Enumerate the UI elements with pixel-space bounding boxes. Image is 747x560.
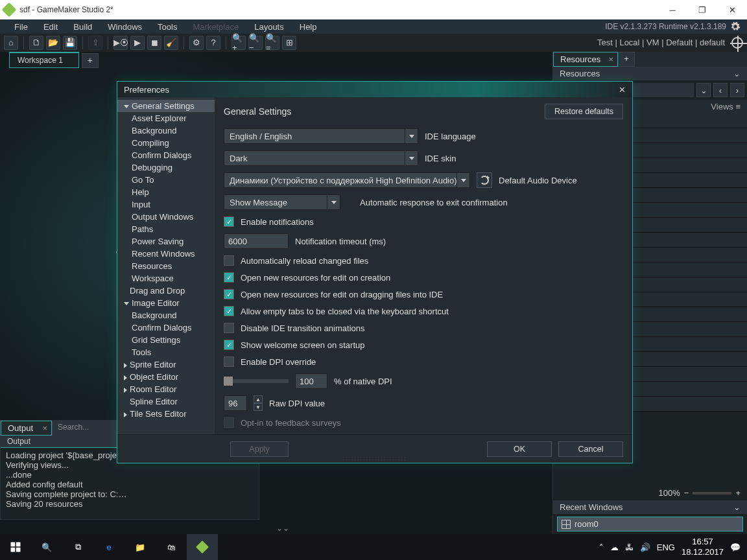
close-button[interactable]: ✕ <box>717 0 747 19</box>
zoom-reset-icon[interactable]: 🔍= <box>265 36 279 50</box>
clock[interactable]: 16:5718.12.2017 <box>682 537 724 557</box>
volume-icon[interactable]: 🔊 <box>640 542 650 552</box>
dialog-close-button[interactable]: ✕ <box>619 85 626 95</box>
recent-windows-header[interactable]: Recent Windows⌄ <box>553 500 747 514</box>
dpi-raw-input[interactable]: 96 <box>224 395 247 411</box>
add-workspace-button[interactable]: + <box>82 53 99 68</box>
dpi-pct-input[interactable]: 100 <box>295 373 327 389</box>
menu-layouts[interactable]: Layouts <box>246 21 292 33</box>
tree-item[interactable]: Confirm Dialogs <box>117 149 215 161</box>
tree-item[interactable]: Compiling <box>117 137 215 149</box>
restore-defaults-button[interactable]: Restore defaults <box>545 104 623 119</box>
tree-item[interactable]: Help <box>117 186 215 198</box>
audio-select[interactable]: Динамики (Устройство с поддержкой High D… <box>224 172 470 188</box>
tree-item[interactable]: Grid Settings <box>117 334 215 346</box>
notifications-icon[interactable]: 💬 <box>730 542 741 552</box>
task-view-icon[interactable]: ⧉ <box>62 534 93 560</box>
refresh-button[interactable] <box>477 172 492 188</box>
tree-item[interactable]: Output Windows <box>117 211 215 223</box>
workspace-tab[interactable]: Workspace 1 <box>9 52 79 68</box>
zoom-control[interactable]: 100%−+ <box>553 485 747 500</box>
home-icon[interactable]: ⌂ <box>4 36 18 50</box>
language-select[interactable]: English / English <box>224 128 418 144</box>
tree-item[interactable]: Sprite Editor <box>117 358 215 371</box>
tree-item[interactable]: Background <box>117 124 215 137</box>
network-icon[interactable]: 🖧 <box>625 542 634 552</box>
disable-transitions-checkbox[interactable] <box>224 323 234 333</box>
zoom-in-icon[interactable]: 🔍+ <box>231 36 246 50</box>
stop-icon[interactable]: ◼ <box>147 36 161 50</box>
chevron-down-icon[interactable]: ⌄ <box>733 69 741 78</box>
resources-header[interactable]: Resources⌄ <box>553 67 747 80</box>
open-on-drag-checkbox[interactable] <box>224 289 234 299</box>
menu-tools[interactable]: Tools <box>150 21 185 33</box>
chevron-down-icon[interactable] <box>405 129 418 143</box>
zoom-out-icon[interactable]: 🔍− <box>248 36 263 50</box>
start-button[interactable] <box>0 534 31 560</box>
system-tray[interactable]: ˄ ☁ 🖧 🔊 ENG 16:5718.12.2017 💬 <box>593 537 747 557</box>
menu-edit[interactable]: Edit <box>36 21 65 33</box>
store-icon[interactable]: 🛍 <box>156 534 187 560</box>
menu-build[interactable]: Build <box>65 21 100 33</box>
tree-item[interactable]: Paths <box>117 223 215 235</box>
tree-item[interactable]: Workspace <box>117 272 215 285</box>
search-icon[interactable]: 🔍 <box>31 534 62 560</box>
close-icon[interactable]: × <box>609 54 614 64</box>
tree-item[interactable]: Asset Explorer <box>117 112 215 124</box>
dpi-slider[interactable] <box>224 379 289 383</box>
dpi-override-checkbox[interactable] <box>224 356 234 367</box>
preferences-tree[interactable]: General SettingsAsset ExplorerBackground… <box>117 97 215 434</box>
play-icon[interactable]: ▶ <box>130 36 145 50</box>
new-icon[interactable]: 🗋 <box>29 36 43 50</box>
output-tab[interactable]: Output× <box>1 421 52 436</box>
collapse-down-icon[interactable]: ⌄⌄ <box>276 524 289 533</box>
maximize-button[interactable]: ❐ <box>687 0 717 19</box>
dpi-spinner[interactable]: ▲▼ <box>254 395 263 411</box>
explorer-icon[interactable]: 📁 <box>124 534 156 560</box>
gear-icon[interactable] <box>730 21 741 32</box>
open-icon[interactable]: 📂 <box>46 36 60 50</box>
tree-item[interactable]: Confirm Dialogs <box>117 321 215 334</box>
skin-select[interactable]: Dark <box>224 150 418 166</box>
save-icon[interactable]: 💾 <box>63 36 77 50</box>
layout-icon[interactable]: ⊞ <box>282 36 296 50</box>
lang-indicator[interactable]: ENG <box>657 542 675 552</box>
onedrive-icon[interactable]: ☁ <box>610 542 619 552</box>
recent-item-room0[interactable]: room0 <box>557 517 743 531</box>
close-icon[interactable]: × <box>42 423 47 433</box>
notification-timeout-input[interactable]: 6000 <box>224 233 289 249</box>
chevron-down-icon[interactable]: ⌄ <box>733 502 741 512</box>
dialog-titlebar[interactable]: Preferences ✕ <box>117 82 632 97</box>
apply-button[interactable]: Apply <box>230 441 289 457</box>
settings-icon[interactable]: ⚙ <box>189 36 204 50</box>
open-on-create-checkbox[interactable] <box>224 272 234 283</box>
package-icon[interactable]: ⇪ <box>88 36 102 50</box>
prev-button[interactable]: ‹ <box>713 83 728 97</box>
clean-icon[interactable]: 🧹 <box>164 36 178 50</box>
target-icon[interactable] <box>731 37 743 49</box>
resources-tab[interactable]: Resources× <box>553 52 618 67</box>
tree-item[interactable]: Tile Sets Editor <box>117 408 215 420</box>
chevron-down-icon[interactable] <box>327 195 340 209</box>
help-icon[interactable]: ? <box>206 36 220 50</box>
tree-item[interactable]: Object Editor <box>117 371 215 383</box>
menu-file[interactable]: File <box>6 21 36 33</box>
debug-icon[interactable]: ▶⦿ <box>113 36 128 50</box>
menu-marketplace[interactable]: Marketplace <box>185 21 246 33</box>
tray-chevron-icon[interactable]: ˄ <box>599 542 604 552</box>
chevron-down-icon[interactable] <box>405 151 418 165</box>
tree-item[interactable]: General Settings <box>117 100 215 112</box>
chevron-down-icon[interactable] <box>456 173 469 187</box>
dropdown-button[interactable]: ⌄ <box>696 83 711 97</box>
gamemaker-icon[interactable] <box>187 534 218 560</box>
tree-item[interactable]: Debugging <box>117 161 215 174</box>
auto-reload-checkbox[interactable] <box>224 255 234 266</box>
tree-item[interactable]: Input <box>117 198 215 211</box>
cancel-button[interactable]: Cancel <box>558 441 623 457</box>
exit-response-select[interactable]: Show Message <box>224 194 340 210</box>
tree-item[interactable]: Image Editor <box>117 297 215 309</box>
tree-item[interactable]: Power Saving <box>117 235 215 248</box>
tree-item[interactable]: Spline Editor <box>117 395 215 408</box>
tree-item[interactable]: Resources <box>117 260 215 272</box>
tree-item[interactable]: Go To <box>117 174 215 186</box>
